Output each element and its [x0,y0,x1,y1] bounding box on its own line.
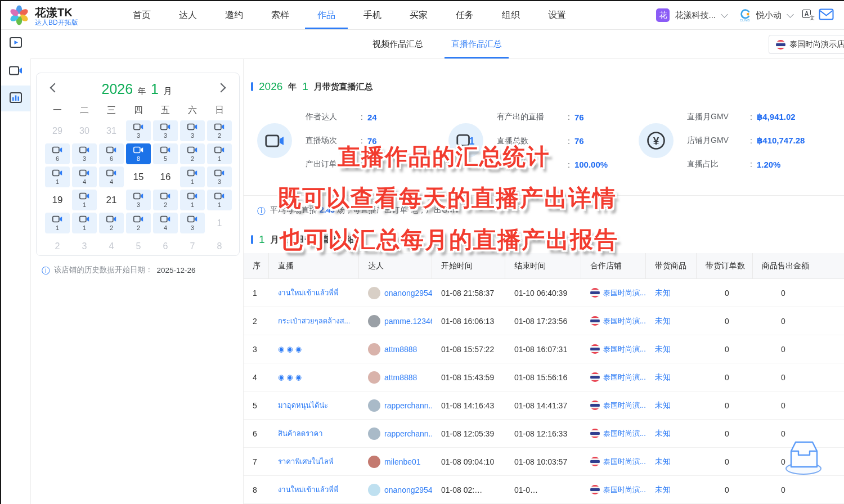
store-link[interactable]: 泰国时尚演... [581,288,646,298]
calendar-cell-4[interactable]: 4 [99,236,124,256]
talent-link[interactable]: rapperchann... [359,399,432,412]
chevron-down-icon[interactable] [787,11,794,18]
store-link[interactable]: 泰国时尚演... [581,344,646,354]
calendar-cell-28[interactable]: 2 [99,213,124,233]
calendar-cell-7[interactable]: 6 [99,143,124,164]
product-link[interactable]: 未知 [646,344,697,354]
calendar-cell-10[interactable]: 2 [180,143,205,164]
calendar-cell-14[interactable]: 4 [99,166,124,187]
live-title-link[interactable]: สินค้าลดราคา [269,428,359,439]
calendar-cell-2[interactable]: 3 [153,120,178,141]
calendar-cell-15[interactable]: 15 [126,166,151,187]
talent-link[interactable]: rapperchann... [359,428,432,440]
tab-1[interactable]: 视频作品汇总 [372,29,423,58]
calendar-cell-20[interactable]: 1 [72,190,97,210]
store-link[interactable]: 泰国时尚演... [581,400,646,411]
calendar-cell-11[interactable]: 1 [207,143,232,164]
calendar-cell-17[interactable]: 1 [180,166,205,187]
chevron-down-icon[interactable] [721,11,728,18]
live-title-link[interactable]: ราคาพิเศษในไลฟ์ [269,456,359,467]
live-title-link[interactable]: ◉◉◉ [269,345,359,353]
nav-item-6[interactable]: 手机 [362,1,383,29]
store-link[interactable]: 泰国时尚演... [581,457,646,467]
product-link[interactable]: 未知 [646,372,697,382]
live-title-link[interactable]: กระเป๋าสวยๆลดล้างส... [269,315,359,327]
calendar-cell-3[interactable]: 3 [180,120,205,141]
calendar-cell-12[interactable]: 1 [45,166,70,187]
product-link[interactable]: 未知 [646,457,697,467]
nav-item-5[interactable]: 作品 [316,1,336,29]
calendar-cell-29[interactable]: 29 [45,120,70,141]
calendar-cell-21[interactable]: 21 [99,190,124,210]
calendar-cell-25[interactable]: 1 [207,190,232,210]
calendar-cell-8[interactable]: 8 [207,236,232,256]
calendar-cell-3[interactable]: 3 [72,236,97,256]
product-link[interactable]: 未知 [646,485,697,495]
calendar-cell-23[interactable]: 2 [153,190,178,210]
nav-item-3[interactable]: 邀约 [224,1,244,29]
product-link[interactable]: 未知 [646,429,697,439]
app-logo[interactable]: 花漾TK 达人BD开拓版 [8,4,78,29]
calendar-cell-6[interactable]: 6 [153,236,178,256]
talent-link[interactable]: pamme.12346 [359,315,432,327]
live-title-link[interactable]: งานใหม่เข้าแล้วพี่พี่ [269,287,359,299]
calendar-cell-18[interactable]: 3 [207,166,232,187]
calendar-cell-5[interactable]: 5 [126,236,151,256]
talent-link[interactable]: attm8888 [359,371,432,384]
calendar-cell-2[interactable]: 2 [45,236,70,256]
translate-icon[interactable]: A文 [802,10,814,21]
store-selector-button[interactable]: 泰国时尚演示店铺 [769,35,844,54]
calendar-cell-30[interactable]: 30 [72,120,97,141]
store-link[interactable]: 泰国时尚演... [581,372,646,382]
sold-amount: 0 [753,485,844,494]
nav-item-2[interactable]: 达人 [178,1,198,29]
nav-item-10[interactable]: 设置 [547,1,567,29]
live-title-link[interactable]: มาอุดหนุนได้น่ะ [269,399,359,411]
mail-icon[interactable] [819,8,834,22]
talent-link[interactable]: milenbe01 [359,456,432,468]
calendar-cell-13[interactable]: 4 [72,166,97,187]
store-link[interactable]: 泰国时尚演... [581,429,646,439]
calendar-cell-27[interactable]: 1 [72,213,97,233]
calendar-cell-26[interactable]: 1 [45,213,70,233]
calendar-cell-31[interactable]: 3 [180,213,205,233]
calendar-cell-8[interactable]: 8 [126,143,151,164]
calendar-cell-7[interactable]: 7 [180,236,205,256]
product-link[interactable]: 未知 [646,316,697,326]
store-link[interactable]: 泰国时尚演... [581,316,646,326]
calendar-cell-22[interactable]: 3 [126,190,151,210]
live-title-link[interactable]: งานใหม่เข้าแล้วพี่พี่ [269,484,359,496]
product-link[interactable]: 未知 [646,288,697,298]
rail-item-video-works[interactable] [1,30,30,56]
live-title-link[interactable]: ◉◉◉ [269,373,359,381]
talent-link[interactable]: onanong2954 [359,287,432,299]
talent-link[interactable]: attm8888 [359,343,432,356]
product-link[interactable]: 未知 [646,400,697,411]
calendar-cell-6[interactable]: 3 [72,143,97,164]
nav-item-9[interactable]: 组织 [501,1,521,29]
calendar-cell-29[interactable]: 2 [126,213,151,233]
calendar-cell-24[interactable]: 1 [180,190,205,210]
calendar-cell-30[interactable]: 4 [153,213,178,233]
rail-item-live-summary[interactable] [1,86,30,111]
calendar-cell-16[interactable]: 16 [153,166,178,187]
store-link[interactable]: 泰国时尚演... [581,485,646,495]
calendar-cell-4[interactable]: 2 [207,120,232,141]
calendar-cell-1[interactable]: 1 [207,213,232,233]
inbox-tray-icon[interactable] [783,438,825,479]
tab-2[interactable]: 直播作品汇总 [451,29,502,58]
weekday-label: 五 [153,105,178,116]
nav-item-4[interactable]: 索样 [270,1,290,29]
talent-link[interactable]: onanong2954 [359,484,432,496]
partner-selector[interactable]: 悦小动 [756,10,782,21]
nav-item-1[interactable]: 首页 [132,1,152,29]
org-selector[interactable]: 花漾科技... [675,10,716,21]
rail-item-live-works[interactable] [1,58,30,84]
calendar-cell-5[interactable]: 6 [45,143,70,164]
calendar-cell-1[interactable]: 3 [126,120,151,141]
calendar-cell-31[interactable]: 31 [99,120,124,141]
nav-item-8[interactable]: 任务 [455,1,475,29]
nav-item-7[interactable]: 买家 [408,1,429,29]
calendar-cell-9[interactable]: 5 [153,143,178,164]
calendar-cell-19[interactable]: 19 [45,190,70,210]
